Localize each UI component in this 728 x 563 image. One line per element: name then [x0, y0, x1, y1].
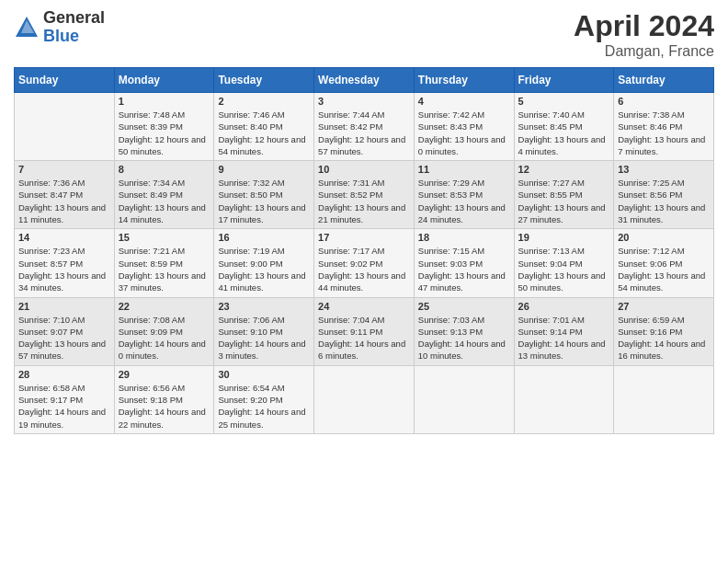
logo-blue-text: Blue — [43, 28, 105, 46]
day-number: 16 — [218, 232, 310, 243]
day-cell: 6Sunrise: 7:38 AMSunset: 8:46 PMDaylight… — [614, 93, 714, 161]
day-info: Sunrise: 7:03 AMSunset: 9:13 PMDaylight:… — [418, 314, 510, 362]
calendar-header-row: SundayMondayTuesdayWednesdayThursdayFrid… — [15, 68, 714, 93]
day-number: 11 — [418, 164, 510, 175]
day-cell: 30Sunrise: 6:54 AMSunset: 9:20 PMDayligh… — [214, 365, 314, 433]
day-info: Sunrise: 7:13 AMSunset: 9:04 PMDaylight:… — [518, 245, 610, 293]
day-cell: 15Sunrise: 7:21 AMSunset: 8:59 PMDayligh… — [114, 229, 214, 297]
day-number: 6 — [618, 96, 710, 107]
day-number: 17 — [318, 232, 410, 243]
day-info: Sunrise: 7:10 AMSunset: 9:07 PMDaylight:… — [18, 314, 110, 362]
day-info: Sunrise: 7:40 AMSunset: 8:45 PMDaylight:… — [518, 109, 610, 157]
day-cell: 28Sunrise: 6:58 AMSunset: 9:17 PMDayligh… — [15, 365, 115, 433]
day-number: 7 — [18, 164, 110, 175]
column-header-sunday: Sunday — [15, 68, 115, 93]
day-number: 13 — [618, 164, 710, 175]
day-info: Sunrise: 6:54 AMSunset: 9:20 PMDaylight:… — [218, 382, 310, 431]
week-row-5: 28Sunrise: 6:58 AMSunset: 9:17 PMDayligh… — [15, 365, 714, 433]
day-number: 2 — [218, 96, 310, 107]
day-number: 19 — [518, 232, 610, 243]
calendar-body: 1Sunrise: 7:48 AMSunset: 8:39 PMDaylight… — [15, 93, 714, 434]
day-number: 26 — [518, 301, 610, 312]
day-number: 23 — [218, 301, 310, 312]
day-number: 1 — [119, 96, 210, 107]
day-info: Sunrise: 7:06 AMSunset: 9:10 PMDaylight:… — [218, 314, 310, 362]
day-info: Sunrise: 6:58 AMSunset: 9:17 PMDaylight:… — [18, 382, 110, 431]
day-info: Sunrise: 7:27 AMSunset: 8:55 PMDaylight:… — [518, 177, 610, 225]
day-cell — [314, 365, 415, 433]
day-number: 21 — [18, 301, 110, 312]
day-info: Sunrise: 7:21 AMSunset: 8:59 PMDaylight:… — [119, 245, 210, 293]
day-cell: 17Sunrise: 7:17 AMSunset: 9:02 PMDayligh… — [314, 229, 415, 297]
day-info: Sunrise: 7:31 AMSunset: 8:52 PMDaylight:… — [318, 177, 410, 225]
day-number: 29 — [119, 369, 210, 380]
column-header-friday: Friday — [514, 68, 614, 93]
day-number: 15 — [119, 232, 210, 243]
day-number: 5 — [518, 96, 610, 107]
day-number: 27 — [618, 301, 710, 312]
day-info: Sunrise: 7:36 AMSunset: 8:47 PMDaylight:… — [18, 177, 110, 225]
month-title: April 2024 — [574, 9, 714, 43]
calendar-table: SundayMondayTuesdayWednesdayThursdayFrid… — [14, 67, 714, 434]
day-number: 9 — [218, 164, 310, 175]
day-info: Sunrise: 7:01 AMSunset: 9:14 PMDaylight:… — [518, 314, 610, 362]
day-number: 30 — [218, 369, 310, 380]
day-number: 28 — [18, 369, 110, 380]
day-info: Sunrise: 7:15 AMSunset: 9:03 PMDaylight:… — [418, 245, 510, 293]
day-number: 8 — [119, 164, 210, 175]
day-info: Sunrise: 7:19 AMSunset: 9:00 PMDaylight:… — [218, 245, 310, 293]
week-row-1: 1Sunrise: 7:48 AMSunset: 8:39 PMDaylight… — [15, 93, 714, 161]
column-header-monday: Monday — [114, 68, 214, 93]
day-cell: 24Sunrise: 7:04 AMSunset: 9:11 PMDayligh… — [314, 297, 415, 365]
day-info: Sunrise: 7:25 AMSunset: 8:56 PMDaylight:… — [618, 177, 710, 225]
column-header-saturday: Saturday — [614, 68, 714, 93]
day-info: Sunrise: 6:56 AMSunset: 9:18 PMDaylight:… — [119, 382, 210, 431]
day-number: 3 — [318, 96, 410, 107]
day-cell: 8Sunrise: 7:34 AMSunset: 8:49 PMDaylight… — [114, 161, 214, 229]
day-info: Sunrise: 7:42 AMSunset: 8:43 PMDaylight:… — [418, 109, 510, 157]
day-cell: 9Sunrise: 7:32 AMSunset: 8:50 PMDaylight… — [214, 161, 314, 229]
day-info: Sunrise: 7:08 AMSunset: 9:09 PMDaylight:… — [119, 314, 210, 362]
day-number: 22 — [119, 301, 210, 312]
day-cell: 13Sunrise: 7:25 AMSunset: 8:56 PMDayligh… — [614, 161, 714, 229]
day-cell: 18Sunrise: 7:15 AMSunset: 9:03 PMDayligh… — [414, 229, 514, 297]
logo-general-text: General — [43, 9, 105, 28]
day-info: Sunrise: 7:23 AMSunset: 8:57 PMDaylight:… — [18, 245, 110, 293]
title-section: April 2024 Damgan, France — [574, 9, 714, 60]
day-cell: 16Sunrise: 7:19 AMSunset: 9:00 PMDayligh… — [214, 229, 314, 297]
week-row-2: 7Sunrise: 7:36 AMSunset: 8:47 PMDaylight… — [15, 161, 714, 229]
day-number: 12 — [518, 164, 610, 175]
day-cell: 26Sunrise: 7:01 AMSunset: 9:14 PMDayligh… — [514, 297, 614, 365]
day-cell: 11Sunrise: 7:29 AMSunset: 8:53 PMDayligh… — [414, 161, 514, 229]
day-cell: 14Sunrise: 7:23 AMSunset: 8:57 PMDayligh… — [15, 229, 115, 297]
day-info: Sunrise: 7:12 AMSunset: 9:06 PMDaylight:… — [618, 245, 710, 293]
column-header-tuesday: Tuesday — [214, 68, 314, 93]
column-header-thursday: Thursday — [414, 68, 514, 93]
day-cell: 7Sunrise: 7:36 AMSunset: 8:47 PMDaylight… — [15, 161, 115, 229]
day-cell: 22Sunrise: 7:08 AMSunset: 9:09 PMDayligh… — [114, 297, 214, 365]
day-cell: 1Sunrise: 7:48 AMSunset: 8:39 PMDaylight… — [114, 93, 214, 161]
day-cell: 25Sunrise: 7:03 AMSunset: 9:13 PMDayligh… — [414, 297, 514, 365]
logo: General Blue — [14, 9, 105, 46]
day-number: 24 — [318, 301, 410, 312]
day-number: 10 — [318, 164, 410, 175]
day-number: 14 — [18, 232, 110, 243]
day-number: 4 — [418, 96, 510, 107]
day-cell: 19Sunrise: 7:13 AMSunset: 9:04 PMDayligh… — [514, 229, 614, 297]
day-cell: 10Sunrise: 7:31 AMSunset: 8:52 PMDayligh… — [314, 161, 415, 229]
day-cell: 20Sunrise: 7:12 AMSunset: 9:06 PMDayligh… — [614, 229, 714, 297]
week-row-3: 14Sunrise: 7:23 AMSunset: 8:57 PMDayligh… — [15, 229, 714, 297]
day-info: Sunrise: 6:59 AMSunset: 9:16 PMDaylight:… — [618, 314, 710, 362]
day-number: 18 — [418, 232, 510, 243]
day-info: Sunrise: 7:48 AMSunset: 8:39 PMDaylight:… — [119, 109, 210, 157]
day-cell: 12Sunrise: 7:27 AMSunset: 8:55 PMDayligh… — [514, 161, 614, 229]
day-number: 20 — [618, 232, 710, 243]
location: Damgan, France — [574, 43, 714, 60]
day-cell: 4Sunrise: 7:42 AMSunset: 8:43 PMDaylight… — [414, 93, 514, 161]
day-cell — [614, 365, 714, 433]
page-header: General Blue April 2024 Damgan, France — [14, 9, 714, 60]
day-number: 25 — [418, 301, 510, 312]
day-cell — [514, 365, 614, 433]
day-info: Sunrise: 7:38 AMSunset: 8:46 PMDaylight:… — [618, 109, 710, 157]
day-cell: 21Sunrise: 7:10 AMSunset: 9:07 PMDayligh… — [15, 297, 115, 365]
